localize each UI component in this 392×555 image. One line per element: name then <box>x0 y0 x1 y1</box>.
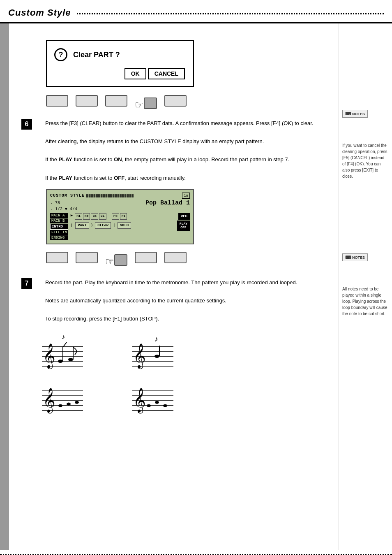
cancel-button[interactable]: CANCEL <box>148 68 185 79</box>
f3b-button[interactable] <box>114 254 127 266</box>
step-7-block: 7 Record the part. Play the keyboard in … <box>21 278 326 323</box>
notes-label-1: NOTES <box>352 112 365 116</box>
keyboard-icon-1: ⌨ <box>345 111 351 116</box>
page-header: Custom Style <box>0 0 392 23</box>
lcd-bracket-close: ) <box>91 223 93 228</box>
svg-point-6 <box>58 360 63 363</box>
ok-button[interactable]: OK <box>125 68 146 79</box>
center-content: ? Clear PART ? OK CANCEL ☞ 6 <box>9 23 339 550</box>
lcd-solo-btn: SOLO <box>118 222 131 229</box>
staff-svg-left2: 𝄞 <box>38 383 87 416</box>
lcd-tempo-icon: ♩ 78 <box>50 200 60 205</box>
finger-press-icon: ☞ <box>135 99 144 111</box>
sidebar-spacer2 <box>342 188 389 253</box>
notes-2-text: All notes need to be played within a sin… <box>342 286 389 317</box>
lcd-separator: | <box>113 223 115 228</box>
finger-press-icon2: ☞ <box>105 256 114 267</box>
lcd-sections: MAIN A MAIN B INTRO FILL IN ENDING <box>50 213 68 240</box>
header-decoration <box>77 13 384 14</box>
staff-svg-left: 𝄞 ♪ <box>38 330 87 379</box>
lcd-action-btns: ( PART ) CLEAR | SOLO PLAYOFF <box>71 221 190 231</box>
f4-button[interactable] <box>144 98 157 109</box>
clear-part-dialog: ? Clear PART ? OK CANCEL <box>46 40 194 87</box>
left-sidebar-tab <box>0 23 9 550</box>
f4-button-container: ☞ <box>135 93 157 109</box>
lcd-inst-ri: Ri <box>75 213 82 220</box>
function-buttons-row1: ☞ <box>46 93 326 109</box>
lcd-instruments: ▶ Ri Re Bs Cl · Pd Pi REC <box>71 213 190 220</box>
lcd-song-row: ♩ 78 Pop Ballad 1 <box>50 200 190 207</box>
lcd-main-a: MAIN A <box>50 213 68 218</box>
svg-point-26 <box>154 355 159 358</box>
lcd-play-btn: PLAYOFF <box>177 221 190 231</box>
right-sidebar: ⌨ NOTES If you want to cancel the cleari… <box>339 23 392 550</box>
svg-point-36 <box>155 401 159 404</box>
lcd-inst-pd: Pd <box>112 213 119 220</box>
step-7-text2: Notes are automatically quantized accord… <box>45 296 297 305</box>
f5-button[interactable] <box>164 95 187 107</box>
staff-right: 𝄞 ♪ 𝄞 <box>128 330 178 416</box>
lcd-rec-indicator: ▶ <box>71 213 73 220</box>
staff-left-label: 𝄞 <box>38 383 87 416</box>
step-7-text3: To stop recording, press the [F1] button… <box>45 314 297 323</box>
lcd-beat: ♩ 1/2 ♥ 4/4 <box>50 207 77 211</box>
lcd-fill-in: FILL IN <box>50 230 68 235</box>
svg-point-35 <box>147 404 151 407</box>
step-6-number: 6 <box>21 119 32 130</box>
lcd-title: CUSTOM STYLE <box>50 193 85 198</box>
step-7-number: 7 <box>21 278 32 289</box>
question-icon: ? <box>54 48 67 61</box>
lcd-display: CUSTOM STYLE ▓▓▓▓▓▓▓▓▓▓▓▓▓▓▓▓▓▓▓▓ 1▮ ♩ 7… <box>46 189 194 244</box>
lcd-part-btn: PART <box>75 222 89 229</box>
lcd-beat-row: ♩ 1/2 ♥ 4/4 <box>50 207 190 211</box>
sidebar-spacer1 <box>342 28 389 110</box>
f3-button[interactable] <box>105 95 127 107</box>
lcd-battery: 1▮ <box>182 193 190 199</box>
lcd-ending: ENDING <box>50 235 68 240</box>
keyboard-icon-2: ⌨ <box>345 255 351 260</box>
svg-point-17 <box>58 404 62 407</box>
lcd-body: MAIN A MAIN B INTRO FILL IN ENDING ▶ Ri … <box>50 213 190 240</box>
svg-point-8 <box>68 358 73 361</box>
lcd-controls: ▶ Ri Re Bs Cl · Pd Pi REC ( PART <box>71 213 190 240</box>
svg-text:𝄞: 𝄞 <box>133 388 146 414</box>
svg-text:𝄞: 𝄞 <box>43 388 55 414</box>
lcd-clear-btn[interactable]: CLEAR <box>95 222 111 229</box>
staff-svg-right2: 𝄞 <box>128 383 178 416</box>
music-notation-area: 𝄞 ♪ <box>38 330 326 416</box>
function-buttons-row2: ☞ <box>46 249 326 266</box>
f3b-button-container: ☞ <box>105 249 127 266</box>
dialog-title: Clear PART ? <box>73 51 120 59</box>
notes-label-2: NOTES <box>352 255 365 260</box>
step-6-text3: If the PLAY function is set to ON, the e… <box>45 155 313 164</box>
svg-point-18 <box>67 403 71 406</box>
lcd-inst-re: Re <box>83 213 90 220</box>
lcd-rec-btn: REC <box>178 213 190 220</box>
f1-button[interactable] <box>46 95 68 107</box>
lcd-inst-pi: Pi <box>120 213 127 220</box>
lcd-inst-cl: Cl <box>99 213 106 220</box>
staff-svg-right: 𝄞 ♪ <box>128 330 178 379</box>
f1b-button[interactable] <box>46 252 68 263</box>
f5b-button[interactable] <box>164 252 187 263</box>
lcd-inst-bs: Bs <box>91 213 98 220</box>
main-content: ? Clear PART ? OK CANCEL ☞ 6 <box>0 23 392 550</box>
f2b-button[interactable] <box>76 252 98 263</box>
lcd-dot-sep: · <box>108 213 110 220</box>
lcd-bracket-open: ( <box>71 223 73 228</box>
step-6-content: Press the [F3] (CLEAR) button to clear t… <box>45 119 313 183</box>
notes-1-text: If you want to cancel the clearing opera… <box>342 142 389 179</box>
f2-button[interactable] <box>76 95 98 107</box>
svg-text:♪: ♪ <box>62 333 65 340</box>
notes-badge-2: ⌨ NOTES <box>342 253 368 261</box>
lcd-song-name: Pop Ballad 1 <box>60 200 190 207</box>
step-7-text: Record the part. Play the keyboard in ti… <box>45 278 297 287</box>
f4b-button[interactable] <box>135 252 157 263</box>
svg-text:𝄞: 𝄞 <box>133 344 146 369</box>
step-6-block: 6 Press the [F3] (CLEAR) button to clear… <box>21 119 326 183</box>
lcd-intro: INTRO <box>50 224 68 230</box>
staff-right-label: 𝄞 <box>128 383 178 416</box>
notes-badge-1: ⌨ NOTES <box>342 110 368 118</box>
lcd-top-bar: CUSTOM STYLE ▓▓▓▓▓▓▓▓▓▓▓▓▓▓▓▓▓▓▓▓ 1▮ <box>50 193 190 199</box>
step-7-content: Record the part. Play the keyboard in ti… <box>45 278 297 323</box>
